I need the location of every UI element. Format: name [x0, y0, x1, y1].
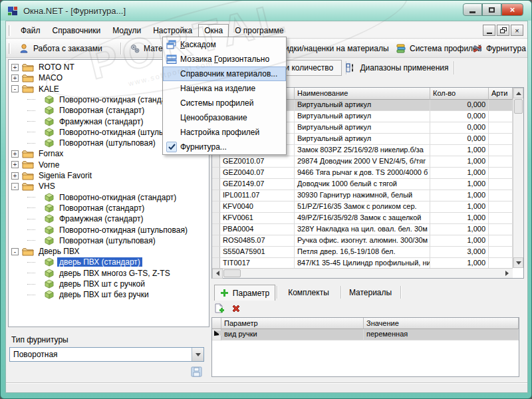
table-row[interactable]: PBA0004328Y Накладка на цил. овал. бел. … [212, 224, 523, 235]
detail-tab-1[interactable]: Параметр [214, 285, 275, 301]
minimize-button[interactable] [463, 3, 482, 16]
toolbar-button-5[interactable]: Фурнитура [468, 41, 530, 57]
mdi-minimize-button[interactable] [483, 25, 495, 36]
article-cell: GEZ0149.07 [220, 179, 295, 190]
tree-node[interactable]: дверь ПВХ шт без ручки [27, 289, 151, 300]
tree-expander-icon[interactable]: - [11, 85, 19, 92]
menubar-item-О программе[interactable]: О программе [229, 24, 289, 37]
grid-column-header-2[interactable]: Наименование [295, 88, 430, 100]
delete-record-button[interactable] [231, 304, 241, 313]
menu-item-7[interactable]: Настройка профилей [163, 125, 286, 140]
tree-node-label: дверь ПВХ многоз G-TS, Z-TS [57, 269, 172, 278]
row-indicator-cell [212, 156, 220, 168]
folder-icon [22, 182, 34, 192]
scroll-left-button[interactable] [212, 269, 223, 279]
table-row[interactable]: GEZ0149.07Доводчик 1000 белый с тягой1,0… [212, 179, 523, 190]
tree-node[interactable]: -Дверь ПВХ [11, 246, 81, 257]
tree-expander-icon[interactable]: + [11, 161, 19, 168]
tree-expander-icon[interactable]: - [11, 183, 19, 190]
article-cell: KFV0061 [220, 213, 295, 224]
folder-icon [22, 63, 34, 72]
horizontal-scrollbar[interactable] [212, 268, 513, 278]
extra-cell [489, 179, 513, 190]
titlebar[interactable]: Окна.NET - [Фурнитура...] × [1, 1, 531, 21]
tree-node[interactable]: +ROTO NT [11, 62, 76, 72]
tree-node[interactable]: Фрамужная (стандарт) [27, 116, 145, 127]
tree-node[interactable]: дверь ПВХ (стандарт) [27, 257, 142, 267]
grid-column-header-4[interactable]: Арти [489, 88, 513, 100]
menubar-item-Настройка[interactable]: Настройка [147, 24, 198, 37]
scroll-down-button[interactable] [513, 257, 523, 268]
maximize-button[interactable] [482, 3, 501, 16]
tree-node[interactable]: +Sigenia Favorit [11, 170, 94, 181]
tree-node[interactable]: +Fornax [11, 148, 65, 159]
vertical-scrollbar[interactable] [513, 88, 523, 268]
param-column-header-indicator[interactable] [212, 318, 221, 329]
add-record-button[interactable] [213, 303, 225, 315]
menu-item-8[interactable]: Фурнитура... [163, 140, 286, 154]
tree-node[interactable]: Поворотно-откидная (штульповая) [27, 225, 190, 235]
menubar-item-Окна[interactable]: Окна [198, 24, 229, 37]
tree-node[interactable]: дверь ПВХ многоз G-TS, Z-TS [27, 268, 172, 279]
tree-node[interactable]: Поворотная (стандарт) [27, 105, 146, 116]
menu-item-4[interactable]: Наценка на изделие [163, 81, 286, 96]
tree-node[interactable]: Поворотная (штульповая) [27, 235, 158, 246]
tree-node[interactable]: -VHS [11, 181, 57, 192]
menu-item-label: Мозаика Горизонтально [180, 55, 269, 64]
tree-expander-icon[interactable]: + [11, 150, 19, 158]
detail-tab-2[interactable]: Комплекты [278, 285, 339, 301]
tree-expander-icon[interactable]: + [11, 64, 19, 71]
param-row[interactable]: вид ручкипеременная [212, 329, 519, 340]
tree-node[interactable]: +MACO [11, 72, 65, 83]
table-row[interactable]: S550A75901Петля двер. 16,5-19/108 бел.3,… [212, 247, 523, 258]
table-row[interactable]: ROS0485.07Ручка офис. изогнут. алюмин. 3… [212, 235, 523, 247]
tree-expander-icon[interactable]: - [11, 248, 19, 255]
mdi-restore-button[interactable] [497, 25, 509, 36]
table-row[interactable]: GEZ0010.0729874 Доводчик 2000 V EN2/4/5,… [212, 156, 523, 168]
scroll-up-button[interactable] [513, 88, 523, 98]
tree-expander-icon[interactable]: + [11, 172, 19, 180]
vertical-scroll-thumb[interactable] [514, 99, 523, 114]
menu-item-2[interactable]: Мозаика Горизонтально [163, 52, 286, 66]
extra-cell [489, 224, 513, 235]
tree-node-label: Поворотно-откидная (штульповая) [57, 225, 190, 235]
arrow-up-icon [516, 92, 521, 95]
table-row[interactable]: GEZ0040.079466 Тяга рычаг к дов. TS 2000… [212, 168, 523, 179]
tree-node[interactable]: Поворотно-откидная (стандарт) [27, 192, 178, 203]
detail-tab-3[interactable]: Материалы [342, 285, 399, 301]
menubar-item-Справочники[interactable]: Справочники [47, 24, 107, 37]
combo-dropdown-button[interactable] [192, 348, 203, 361]
param-column-header-2[interactable]: Значение [364, 318, 519, 329]
view-tab-2[interactable]: Диапазоны применения [344, 60, 450, 76]
table-row[interactable]: KFV006149/PZ/F16/35/92/8 Замок с защелко… [212, 213, 523, 224]
menu-item-5[interactable]: Системы профилей [163, 96, 286, 110]
menu-item-6[interactable]: Ценообразование [163, 110, 286, 125]
row-indicator-cell [212, 213, 220, 224]
folder-icon [22, 160, 34, 170]
horizontal-scroll-thumb[interactable] [223, 269, 241, 277]
param-column-header-1[interactable]: Параметр [221, 318, 364, 329]
grid-column-header-3[interactable]: Кол-во [430, 88, 489, 100]
tree-node[interactable]: Поворотная (стандарт) [27, 203, 146, 213]
save-button[interactable] [190, 365, 204, 378]
mdi-close-button[interactable]: × [511, 25, 523, 36]
tree-node[interactable]: Поворотная (штульповая) [27, 138, 158, 148]
menu-item-3[interactable]: Справочник материалов... [163, 66, 286, 81]
table-row[interactable]: KFV004051/PZ/F16/35 Замок с роликом сер.… [212, 201, 523, 213]
tree-node[interactable]: +Vorne [11, 160, 61, 170]
qty-cell: 1,000 [430, 190, 489, 201]
fitting-type-combobox[interactable]: Поворотная [9, 347, 204, 362]
tree-node[interactable]: -KALE [11, 84, 61, 94]
tree-node[interactable]: Поворотно-откидная (стандарт) [27, 94, 178, 105]
table-row[interactable]: IPL0011.0730930 Гарнитур нажимной, белый… [212, 190, 523, 201]
tree-expander-icon[interactable]: + [11, 74, 19, 82]
close-button[interactable]: × [501, 3, 523, 16]
tree-node[interactable]: дверь ПВХ шт с ручкой [27, 279, 147, 289]
menu-item-1[interactable]: Каскадом [163, 37, 286, 52]
tree-node-label: Vorne [37, 160, 61, 170]
menubar-item-Файл[interactable]: Файл [15, 24, 47, 37]
article-cell: IPL0011.07 [220, 190, 295, 201]
toolbar-button-1[interactable]: Работа с заказами [15, 41, 106, 57]
menubar-item-Модули[interactable]: Модули [106, 24, 147, 37]
tree-node[interactable]: Фрамужная (стандарт) [27, 213, 145, 224]
